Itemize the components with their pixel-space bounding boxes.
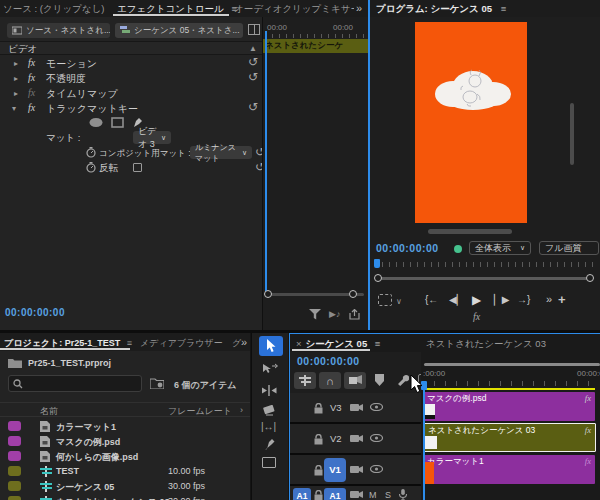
source-clip-button[interactable]: ソース・ネストされ... [7,23,110,38]
lock-icon[interactable] [314,490,323,500]
program-zoom-handle-right[interactable] [586,274,594,282]
lock-icon[interactable] [314,403,323,414]
bin-breadcrumb-icon[interactable] [8,358,22,368]
panel-menu-icon[interactable]: ≡ [127,338,132,348]
project-row-nested-sequence03[interactable]: ネストされたシーケンス 03 30.00 fps [0,494,250,500]
global-fx-mute-button[interactable]: fx [473,311,480,322]
column-name[interactable]: 名前 [40,405,58,418]
filter-icon[interactable] [309,309,321,320]
mini-scrollbar-handle-left[interactable] [264,290,272,298]
slip-tool-icon[interactable]: |↔| [261,421,276,432]
split-view-icon[interactable] [248,24,260,35]
tab-audio-clip-mixer[interactable]: オーディオクリップミキサー : シ [234,3,354,16]
mini-playhead[interactable] [265,31,267,292]
collapse-icon[interactable]: ▾ [12,104,16,113]
zoom-level-dropdown[interactable]: 全体表示 ∨ [469,241,531,255]
lock-icon[interactable] [314,434,323,445]
play-audio-icon[interactable]: ▶♪ [329,309,340,319]
stopwatch-icon[interactable] [86,147,96,158]
add-marker-button[interactable] [374,374,385,387]
track-target-v1-button[interactable]: V1 [324,458,346,482]
clip-nested-sequence-03[interactable]: ネストされたシーケンス 03 fx [423,423,596,452]
program-zoom-scrollbar[interactable] [378,277,592,280]
clip-mask-example[interactable]: マスクの例.psd fx [423,392,595,421]
reset-effect-icon[interactable]: ↺ [248,102,258,112]
track-target-a1-button[interactable]: A1 [324,488,346,500]
settings-chevron-icon[interactable]: ∨ [396,297,402,306]
more-buttons-icon[interactable]: » [546,293,552,305]
mini-ruler-ticks[interactable] [265,34,367,38]
tab-source[interactable]: ソース : (クリップなし) [3,3,105,16]
clip-color-matte-1[interactable]: カラーマット1 fx [423,455,595,484]
program-horizontal-scrollbar[interactable] [428,229,512,234]
label-chip[interactable] [8,451,21,461]
project-row-test[interactable]: TEST 10.00 fps [0,464,250,479]
effect-controls-timecode[interactable]: 00:00:00:00 [5,307,65,318]
project-row-sequence05[interactable]: シーケンス 05 30.00 fps [0,479,250,494]
tab-clipped[interactable]: グ [232,337,241,350]
settings-button[interactable] [378,294,392,306]
goto-out-button[interactable]: →} [517,294,530,305]
video-section-header[interactable]: ビデオ ▲ [0,41,262,55]
label-chip[interactable] [8,466,21,476]
collapse-section-icon[interactable]: ▲ [249,44,257,53]
mute-button[interactable]: M [369,490,377,500]
mini-scrollbar-handle-right[interactable] [349,290,357,298]
track-label-v3[interactable]: V3 [330,402,342,413]
program-ruler[interactable] [382,262,596,267]
ellipse-mask-icon[interactable] [88,117,104,128]
tab-overflow-icon[interactable]: » [241,336,247,348]
sync-lock-icon[interactable] [350,490,363,499]
panel-menu-icon[interactable]: ≡ [375,338,381,349]
add-button-icon[interactable]: + [558,292,566,307]
goto-in-button[interactable]: {← [425,294,438,305]
selection-tool-button[interactable] [259,336,283,356]
tab-nested-sequence-03[interactable]: ネストされたシーケンス 03 [426,338,546,351]
source-patch-a1-button[interactable]: A1 [293,488,311,500]
invert-checkbox[interactable] [133,163,142,172]
effect-row-time-remap[interactable]: ▸ fx タイムリマップ [0,86,262,101]
sequence-clip-button[interactable]: シーケンス 05・ネストさ... [115,23,243,38]
track-visibility-eye-icon[interactable] [370,465,383,473]
solo-button[interactable]: S [385,490,391,500]
effect-row-track-matte-key[interactable]: ▾ fx トラックマットキー ↺ [0,101,262,116]
project-row-someimage[interactable]: 何かしらの画像.psd [0,449,250,464]
pen-tool-icon[interactable] [264,438,275,451]
playback-quality-dropdown[interactable]: フル画質 [539,241,599,255]
close-tab-icon[interactable]: × [296,338,302,349]
mic-voiceover-icon[interactable] [399,489,407,500]
rect-mask-icon[interactable] [111,117,124,128]
stopwatch-icon[interactable] [86,162,96,173]
track-visibility-eye-icon[interactable] [370,434,383,442]
program-zoom-handle-left[interactable] [374,274,382,282]
play-button[interactable]: ▶ [472,293,481,307]
razor-tool-icon[interactable] [263,405,276,417]
program-timecode[interactable]: 00:00:00:00 [376,242,439,254]
program-playhead[interactable] [374,259,380,268]
expand-icon[interactable]: ▸ [14,59,18,68]
sync-lock-icon[interactable] [350,434,363,443]
reset-effect-icon[interactable]: ↺ [248,72,258,82]
timeline-settings-wrench-icon[interactable] [396,373,409,386]
new-bin-icon[interactable] [150,378,164,389]
timeline-timecode[interactable]: 00:00:00:00 [297,355,360,367]
track-select-tool-icon[interactable] [262,363,278,375]
tab-overflow-icon[interactable]: » [356,2,362,14]
column-sort-icon[interactable]: › [240,405,243,415]
timeline-zoom-scrollbar[interactable] [424,363,600,366]
track-visibility-eye-icon[interactable] [370,403,383,411]
tab-media-browser[interactable]: メディアブラウザー [140,337,223,350]
step-forward-button[interactable]: ▏▶ [494,294,509,305]
label-chip[interactable] [8,436,21,446]
mini-timeline-clip[interactable]: ネストされたシーケ [263,39,368,53]
search-input[interactable] [8,375,142,392]
timeline-playhead-line[interactable] [423,388,425,500]
program-vertical-scrollbar[interactable] [570,103,574,165]
rectangle-tool-icon[interactable] [262,457,276,468]
ripple-edit-tool-icon[interactable] [261,385,278,396]
effect-row-motion[interactable]: ▸ fx モーション ↺ [0,56,262,71]
export-icon[interactable] [349,309,360,320]
nest-toggle-button[interactable] [294,372,316,389]
label-chip[interactable] [8,481,21,491]
reset-effect-icon[interactable]: ↺ [248,57,258,67]
